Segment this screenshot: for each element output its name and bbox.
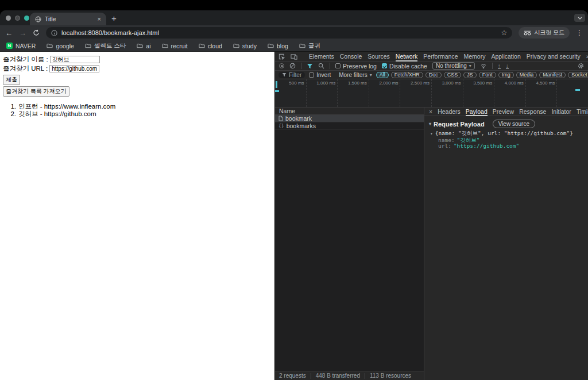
- record-network-log-icon[interactable]: [279, 63, 284, 68]
- divider: [365, 373, 365, 379]
- clear-network-log-icon[interactable]: [289, 63, 296, 69]
- bookmark-star-icon[interactable]: ☆: [501, 29, 507, 37]
- search-icon[interactable]: [318, 63, 324, 69]
- requests-count: 2 requests: [279, 373, 306, 379]
- devtools-tab-bar: Elements Console Sources Network Perform…: [275, 52, 588, 62]
- request-row-bookmarks[interactable]: {} bookmarks: [275, 122, 424, 130]
- more-filters-dropdown[interactable]: More filters ▾: [339, 72, 372, 78]
- bookmark-folder-google[interactable]: google: [47, 43, 74, 49]
- device-toolbar-icon[interactable]: [291, 53, 297, 60]
- funnel-icon: [282, 72, 287, 77]
- devtools-tab-performance[interactable]: Performance: [423, 52, 458, 62]
- disable-cache-checkbox[interactable]: Disable cache: [382, 63, 427, 70]
- network-settings-gear-icon[interactable]: [578, 63, 584, 69]
- bookmark-name-input[interactable]: [50, 56, 100, 63]
- filter-input[interactable]: Filter: [278, 72, 305, 78]
- bookmark-folder-study[interactable]: study: [233, 43, 257, 49]
- new-tab-button[interactable]: +: [111, 13, 117, 23]
- request-row-bookmark[interactable]: bookmark: [275, 115, 424, 122]
- request-payload-section[interactable]: ▾ Request Payload: [429, 121, 485, 128]
- bookmark-folder-recruit[interactable]: recruit: [162, 43, 188, 49]
- list-number: 1.: [3, 103, 18, 110]
- incognito-label: 시크릿 모드: [534, 29, 564, 37]
- preserve-log-label: Preserve log: [343, 63, 377, 70]
- payload-entry: url: "https://github.com": [430, 143, 588, 149]
- devtools-tab-memory[interactable]: Memory: [463, 52, 485, 62]
- window-minimize-button[interactable]: [15, 16, 20, 21]
- view-source-button[interactable]: View source: [493, 120, 535, 128]
- bookmark-label: google: [56, 43, 74, 49]
- url-text[interactable]: localhost:8080/bookmark-ajax.html: [61, 29, 497, 36]
- import-har-icon[interactable]: ↑: [498, 63, 501, 69]
- bookmark-label: cloud: [208, 43, 222, 49]
- filter-pill-css[interactable]: CSS: [444, 72, 462, 78]
- close-detail-icon[interactable]: ×: [429, 108, 432, 115]
- fetch-bookmarks-button[interactable]: 즐겨찾기 목록 가져오기: [3, 86, 69, 97]
- detail-tab-preview[interactable]: Preview: [493, 108, 514, 116]
- bookmark-folder-cloud[interactable]: cloud: [199, 43, 222, 49]
- filter-funnel-icon[interactable]: [307, 63, 313, 69]
- browser-menu-icon[interactable]: ⋮: [576, 29, 583, 37]
- tab-search-button[interactable]: [574, 14, 585, 22]
- refresh-icon[interactable]: [33, 29, 40, 36]
- payload-key: url:: [438, 143, 451, 149]
- site-info-icon[interactable]: [51, 30, 57, 36]
- invert-checkbox[interactable]: Invert: [309, 72, 331, 78]
- preserve-log-checkbox[interactable]: Preserve log: [335, 63, 377, 70]
- list-text: 깃허브 - https://github.com: [18, 110, 96, 118]
- tab-close-icon[interactable]: ×: [98, 16, 101, 22]
- bookmark-folder-select-star[interactable]: 셀렉트 스타: [85, 42, 126, 50]
- filter-pill-all[interactable]: All: [376, 72, 389, 78]
- bookmark-url-input[interactable]: [49, 65, 99, 72]
- tick-label: 2,500 ms: [411, 80, 430, 86]
- caret-down-icon: ▾: [370, 72, 372, 78]
- bookmark-item-naver[interactable]: N NAVER: [6, 43, 36, 49]
- detail-tab-response[interactable]: Response: [519, 108, 546, 116]
- forward-button[interactable]: →: [19, 29, 26, 37]
- bookmark-folder-quotes[interactable]: 글귀: [299, 42, 320, 50]
- detail-tab-headers[interactable]: Headers: [438, 108, 461, 116]
- devtools-tab-sources[interactable]: Sources: [368, 52, 390, 62]
- bookmark-label: recruit: [171, 43, 188, 49]
- bookmark-label: 글귀: [308, 42, 320, 50]
- payload-tree: ▾ {name: "깃허브", url: "https://github.com…: [424, 130, 588, 149]
- filter-pill-socket[interactable]: Socket: [568, 72, 588, 78]
- back-button[interactable]: ←: [5, 29, 13, 37]
- document-icon: [278, 116, 283, 121]
- export-har-icon[interactable]: ↓: [506, 63, 509, 69]
- filter-pill-img[interactable]: Img: [498, 72, 514, 78]
- inspect-element-icon[interactable]: [278, 53, 285, 60]
- bookmark-folder-ai[interactable]: ai: [137, 43, 150, 49]
- bookmark-list: 1. 인프런 - https://www.inflearn.com 2. 깃허브…: [3, 103, 274, 117]
- filter-pill-doc[interactable]: Doc: [425, 72, 442, 78]
- filter-pill-fetchxhr[interactable]: Fetch/XHR: [391, 72, 423, 78]
- submit-button[interactable]: 제출: [3, 75, 20, 85]
- detail-tab-timing[interactable]: Timing: [577, 108, 588, 116]
- window-close-button[interactable]: [6, 16, 11, 21]
- window-zoom-button[interactable]: [24, 16, 29, 21]
- folder-icon: [233, 43, 239, 48]
- browser-tab[interactable]: Title ×: [30, 13, 106, 25]
- address-bar[interactable]: localhost:8080/bookmark-ajax.html ☆: [46, 27, 512, 39]
- devtools-tab-network[interactable]: Network: [396, 52, 418, 62]
- detail-tab-initiator[interactable]: Initiator: [551, 108, 571, 116]
- filter-pill-font[interactable]: Font: [479, 72, 496, 78]
- devtools-tab-application[interactable]: Application: [491, 52, 520, 62]
- devtools-tab-privacy[interactable]: Privacy and security: [527, 52, 581, 62]
- payload-summary-line[interactable]: ▾ {name: "깃허브", url: "https://github.com…: [430, 130, 588, 137]
- devtools-tab-console[interactable]: Console: [340, 52, 362, 62]
- divider: [330, 63, 330, 69]
- detail-tab-payload[interactable]: Payload: [466, 108, 488, 116]
- tab-title: Title: [45, 16, 94, 22]
- filter-pill-js[interactable]: JS: [463, 72, 477, 78]
- bookmark-folder-blog[interactable]: blog: [268, 43, 288, 49]
- network-conditions-icon[interactable]: [480, 63, 487, 69]
- filter-pill-manifest[interactable]: Manifest: [539, 72, 566, 78]
- network-overview-timeline[interactable]: 500 ms 1,000 ms 1,500 ms 2,000 ms 2,500 …: [275, 79, 588, 108]
- tick-label: 3,500 ms: [473, 80, 492, 86]
- devtools-tab-elements[interactable]: Elements: [309, 52, 334, 62]
- filter-pill-media[interactable]: Media: [516, 72, 537, 78]
- collapse-triangle-icon: ▾: [430, 131, 433, 137]
- throttling-select[interactable]: No throttling ▾: [432, 62, 475, 70]
- name-column-header[interactable]: Name: [275, 108, 424, 115]
